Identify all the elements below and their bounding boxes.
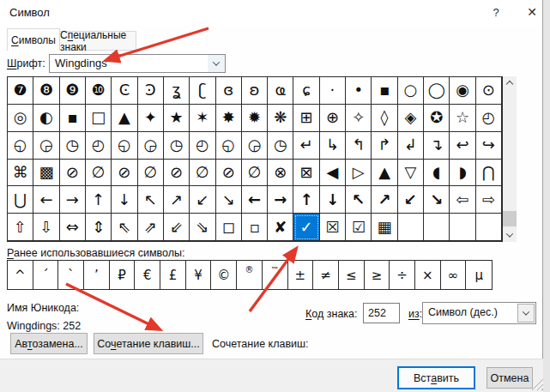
recent-symbol-cell[interactable]: € [135, 261, 160, 289]
recent-symbol-cell[interactable]: ™ [263, 261, 288, 289]
symbol-cell[interactable]: ⊞ [293, 105, 319, 132]
symbol-cell[interactable]: ◴ [476, 105, 502, 132]
symbol-cell[interactable]: ○ [398, 77, 424, 105]
symbol-cell[interactable]: ☑ [346, 214, 372, 241]
symbol-cell[interactable]: ↴ [424, 132, 450, 160]
symbol-cell[interactable]: ◷ [268, 132, 293, 160]
symbol-cell[interactable]: ⇦ [450, 186, 475, 214]
symbol-cell[interactable]: ◷ [164, 132, 190, 160]
symbol-cell[interactable]: ◗ [450, 160, 475, 187]
symbol-cell[interactable]: ↓ [112, 186, 137, 214]
symbol-cell[interactable]: ◴ [86, 132, 112, 160]
symbol-cell[interactable]: ⋂ [476, 160, 502, 187]
symbol-cell[interactable]: ↓ [320, 186, 346, 214]
symbol-cell[interactable]: ◵ [8, 132, 33, 160]
symbol-cell[interactable]: ҩ [268, 77, 293, 105]
symbol-cell[interactable]: ▩ [33, 160, 59, 187]
symbol-cell[interactable]: ↑ [86, 186, 112, 214]
recent-symbol-cell[interactable]: ≠ [313, 261, 339, 289]
symbol-cell[interactable]: ▲ [372, 160, 397, 187]
symbol-cell[interactable]: · [320, 77, 346, 105]
symbol-cell[interactable]: ❋ [268, 105, 293, 132]
symbol-cell[interactable]: ❼ [8, 77, 33, 105]
symbol-cell[interactable]: ⊙ [476, 77, 502, 105]
scrollbar-thumb[interactable] [503, 211, 517, 226]
recent-symbol-cell[interactable]: ≤ [339, 261, 365, 289]
recent-symbol-cell[interactable]: ∞ [441, 261, 467, 289]
scroll-down-icon[interactable] [503, 227, 517, 242]
recent-symbol-cell[interactable]: × [415, 261, 441, 289]
symbol-cell[interactable]: ∅ [86, 160, 112, 187]
symbol-cell[interactable]: ⇘ [190, 214, 215, 241]
symbol-cell[interactable]: ▪ [372, 77, 397, 105]
symbol-cell[interactable] [450, 214, 475, 241]
symbol-cell[interactable]: ⊗ [268, 160, 293, 187]
symbol-cell[interactable]: ◶ [33, 132, 59, 160]
recent-symbol-cell[interactable]: ± [288, 261, 314, 289]
recent-symbol-cell[interactable]: µ [466, 261, 492, 289]
symbol-cell[interactable]: ⊠ [293, 160, 319, 187]
close-icon[interactable]: ✕ [518, 0, 546, 24]
symbol-cell[interactable] [476, 214, 502, 241]
symbol-cell-selected[interactable]: ✓ [293, 214, 319, 241]
symbol-cell[interactable] [424, 214, 450, 241]
symbol-cell[interactable]: ⊘ [216, 160, 242, 187]
symbol-cell[interactable]: ◈ [398, 105, 424, 132]
recent-symbol-cell[interactable]: £ [160, 261, 186, 289]
symbol-cell[interactable]: ⋃ [8, 186, 33, 214]
recent-symbol-cell[interactable]: ÷ [390, 261, 415, 289]
recent-symbol-cell[interactable]: ® [237, 261, 263, 289]
symbol-cell[interactable]: ❽ [33, 77, 59, 105]
symbol-cell[interactable]: ▲ [112, 105, 137, 132]
recent-symbol-cell[interactable]: © [211, 261, 237, 289]
symbol-cell[interactable]: ⇕ [86, 214, 112, 241]
character-code-input[interactable]: 252 [363, 303, 400, 323]
symbol-cell[interactable]: ⊘ [112, 160, 137, 187]
symbol-cell[interactable]: ✶ [190, 105, 215, 132]
symbol-cell[interactable]: ⌘ [8, 160, 33, 187]
symbol-cell[interactable]: ʚ [242, 77, 268, 105]
symbol-cell[interactable]: ◵ [216, 132, 242, 160]
symbol-cell[interactable]: → [60, 186, 86, 214]
tab-special-characters[interactable]: Специальные знаки [59, 31, 136, 51]
symbol-cell[interactable]: ✸ [216, 105, 242, 132]
shortcut-key-button[interactable]: Сочетание клавиш... [94, 333, 203, 354]
symbol-cell[interactable]: ❾ [60, 77, 86, 105]
symbol-cell[interactable]: □ [86, 105, 112, 132]
symbol-cell[interactable]: ☒ [320, 214, 346, 241]
symbol-cell[interactable]: ◖ [424, 160, 450, 187]
symbol-cell[interactable]: ⇩ [33, 214, 59, 241]
symbol-cell[interactable]: ◉ [450, 77, 475, 105]
scroll-up-icon[interactable] [503, 76, 517, 91]
symbol-cell[interactable]: ❿ [86, 77, 112, 105]
symbol-cell[interactable]: ☆ [450, 105, 475, 132]
from-select-dropdown[interactable] [517, 304, 535, 323]
recent-symbol-cell[interactable]: ₽ [110, 261, 136, 289]
symbol-cell[interactable]: ↑ [293, 186, 319, 214]
recent-symbol-cell[interactable]: ` [58, 261, 84, 289]
symbol-cell[interactable]: ◎ [8, 105, 33, 132]
symbol-cell[interactable]: ↙ [190, 186, 215, 214]
symbol-cell[interactable]: ✘ [268, 214, 293, 241]
symbol-cell[interactable]: ◶ [242, 132, 268, 160]
symbol-cell[interactable]: ↰ [346, 132, 372, 160]
symbol-cell[interactable]: ↩ [450, 132, 475, 160]
symbol-cell[interactable]: ◻ [216, 214, 242, 241]
symbol-cell[interactable]: ↲ [398, 132, 424, 160]
symbol-cell[interactable]: ◴ [190, 132, 215, 160]
symbol-cell[interactable]: ↙ [398, 186, 424, 214]
symbol-cell[interactable]: ✹ [242, 105, 268, 132]
symbol-cell[interactable]: ← [242, 186, 268, 214]
symbol-cell[interactable]: ↗ [372, 186, 397, 214]
recent-symbol-cell[interactable]: ^ [8, 261, 33, 289]
symbol-cell[interactable]: → [268, 186, 293, 214]
symbol-cell[interactable]: ⇖ [112, 214, 137, 241]
symbol-cell[interactable]: ▫ [242, 214, 268, 241]
symbol-cell[interactable]: ◷ [60, 132, 86, 160]
symbol-cell[interactable]: ◵ [112, 132, 137, 160]
symbol-cell[interactable]: ⊘ [164, 160, 190, 187]
help-icon[interactable]: ? [482, 0, 510, 24]
from-select[interactable]: Символ (дес.) [422, 302, 536, 324]
font-combobox-dropdown[interactable] [208, 55, 225, 72]
symbol-cell[interactable]: ⇨ [476, 186, 502, 214]
